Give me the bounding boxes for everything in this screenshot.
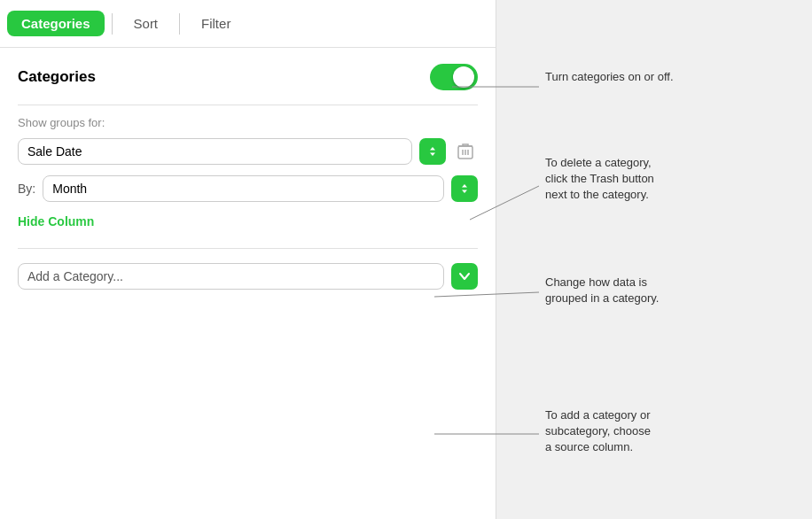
callout-change-grouping: Change how data isgrouped in a category. xyxy=(545,275,659,306)
divider-2 xyxy=(18,248,478,249)
tab-sort[interactable]: Sort xyxy=(120,11,173,36)
tab-categories[interactable]: Categories xyxy=(7,11,105,36)
trash-icon xyxy=(457,143,473,160)
toggle-knob xyxy=(453,66,474,88)
tab-bar: Categories Sort Filter xyxy=(0,0,496,48)
add-category-placeholder: Add a Category... xyxy=(27,269,123,283)
chevron-updown-icon-2 xyxy=(458,182,471,195)
add-category-select[interactable]: Add a Category... xyxy=(18,263,444,290)
callout-turn-categories: Turn categories on or off. xyxy=(545,69,674,85)
add-category-arrow-btn[interactable] xyxy=(451,263,478,290)
sale-date-value: Sale Date xyxy=(27,144,82,159)
chevron-updown-icon xyxy=(426,145,439,158)
tab-divider-2 xyxy=(179,13,180,35)
categories-title: Categories xyxy=(18,68,96,86)
month-value: Month xyxy=(52,182,87,196)
categories-panel: Categories Sort Filter Categories Show g… xyxy=(0,0,496,519)
categories-toggle[interactable] xyxy=(430,64,478,90)
chevron-down-icon xyxy=(458,272,471,281)
add-category-row: Add a Category... xyxy=(18,263,478,290)
divider-1 xyxy=(18,105,478,105)
show-groups-for-label: Show groups for: xyxy=(18,116,478,129)
callout-add-category: To add a category orsubcategory, choosea… xyxy=(545,407,651,456)
hide-column-button[interactable]: Hide Column xyxy=(18,213,94,230)
categories-row: Categories xyxy=(18,64,478,90)
tab-filter[interactable]: Filter xyxy=(187,11,245,36)
by-label: By: xyxy=(18,182,35,196)
callout-delete-category: To delete a category,click the Trash but… xyxy=(545,155,654,204)
month-select[interactable]: Month xyxy=(43,175,444,202)
month-arrow-btn[interactable] xyxy=(451,175,478,202)
sale-date-arrow-btn[interactable] xyxy=(419,138,446,165)
sale-date-select[interactable]: Sale Date xyxy=(18,138,412,165)
by-month-row: By: Month xyxy=(18,175,478,202)
tab-divider xyxy=(112,13,113,35)
panel-content: Categories Show groups for: Sale Date xyxy=(0,48,496,306)
sale-date-row: Sale Date xyxy=(18,138,478,165)
trash-button[interactable] xyxy=(453,139,478,164)
